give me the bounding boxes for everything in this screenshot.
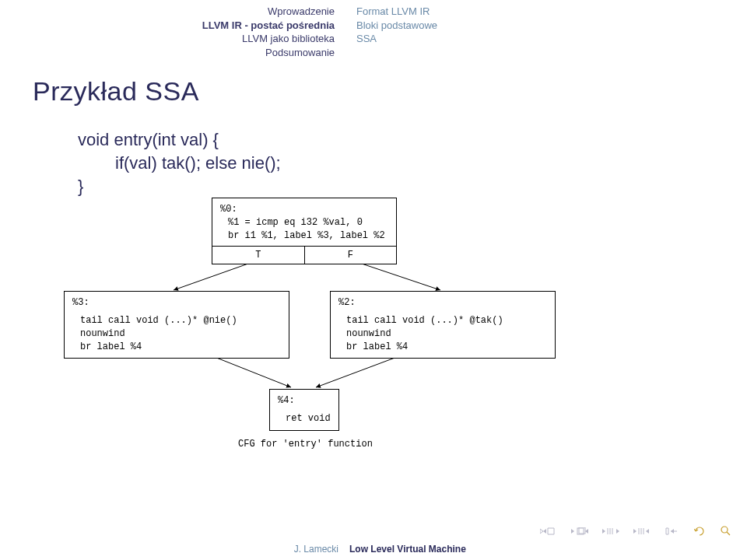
branch-false: F	[305, 247, 397, 264]
branch-row: T F	[212, 246, 396, 264]
footer-author: J. Lamecki	[0, 540, 338, 560]
block-label: %2:	[338, 296, 547, 310]
cfg-diagram: %0: %1 = icmp eq i32 %val, 0 br i1 %1, l…	[0, 198, 747, 493]
block-0: %0: %1 = icmp eq i32 %val, 0 br i1 %1, l…	[212, 198, 397, 264]
branch-true: T	[212, 247, 305, 264]
svg-line-18	[727, 532, 730, 535]
ir-line: br i1 %1, label %3, label %2	[220, 229, 388, 243]
block-label: %4:	[278, 394, 331, 408]
footer: J. Lamecki Low Level Virtual Machine	[0, 540, 747, 560]
nav-prev-frame-icon[interactable]	[571, 527, 588, 535]
nav-search-icon[interactable]	[721, 526, 731, 537]
nav-prev-section-icon[interactable]	[602, 527, 619, 535]
nav-item: Bloki podstawowe	[356, 19, 437, 33]
beamer-nav	[540, 526, 731, 537]
code-line: }	[78, 175, 747, 198]
nav-end-icon[interactable]	[665, 527, 680, 535]
block-2: %2: tail call void (...)* @tak() nounwin…	[330, 291, 556, 359]
block-label: %0:	[220, 203, 388, 216]
nav-prev-slide-icon[interactable]	[540, 527, 557, 535]
ir-line: tail call void (...)* @tak() nounwind	[338, 314, 547, 341]
code-line: if(val) tak(); else nie();	[78, 152, 747, 175]
ir-line: br label %4	[338, 341, 547, 354]
header-subsections-right: Format LLVM IR Bloki podstawowe SSA	[335, 5, 437, 59]
nav-item: Wprowadzenie	[0, 5, 335, 19]
ir-line: br label %4	[72, 341, 281, 354]
block-3: %3: tail call void (...)* @nie() nounwin…	[64, 291, 289, 359]
ir-line: tail call void (...)* @nie() nounwind	[72, 314, 281, 341]
nav-item: Podsumowanie	[0, 46, 335, 60]
ir-line: ret void	[278, 412, 331, 425]
page-title: Przykład SSA	[0, 61, 747, 107]
nav-item: LLVM jako biblioteka	[0, 32, 335, 46]
c-source-code: void entry(int val) { if(val) tak(); els…	[0, 107, 747, 198]
ir-line: %1 = icmp eq i32 %val, 0	[220, 216, 388, 229]
nav-back-icon[interactable]	[694, 527, 707, 536]
header-sections-left: Wprowadzenie LLVM IR - postać pośrednia …	[0, 5, 335, 59]
cfg-caption: CFG for 'entry' function	[238, 439, 373, 450]
block-label: %3:	[72, 296, 281, 310]
code-line: void entry(int val) {	[78, 128, 747, 152]
footer-title: Low Level Virtual Machine	[338, 540, 466, 560]
nav-item: SSA	[356, 32, 437, 46]
nav-item: LLVM IR - postać pośrednia	[0, 19, 335, 33]
header: Wprowadzenie LLVM IR - postać pośrednia …	[0, 0, 747, 61]
svg-point-17	[721, 527, 728, 533]
block-4: %4: ret void	[269, 389, 339, 431]
nav-item: Format LLVM IR	[356, 5, 437, 19]
nav-next-section-icon[interactable]	[633, 527, 651, 535]
